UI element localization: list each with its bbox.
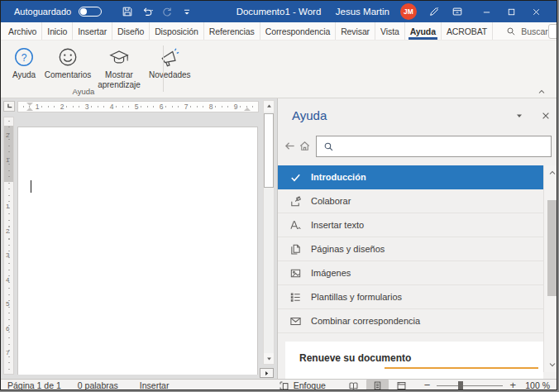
ruler-number: 6 <box>6 326 9 332</box>
autosave-toggle[interactable] <box>79 7 102 17</box>
ruler-number: 2 <box>6 132 9 139</box>
tab-referencias[interactable]: Referencias <box>204 22 260 40</box>
ribbon-group-separator <box>163 45 164 92</box>
toggle-knob <box>80 8 87 15</box>
share-icon <box>555 26 557 36</box>
collapse-ribbon-icon[interactable] <box>537 85 548 95</box>
ruler-number: 1 <box>6 203 9 210</box>
collaborate-icon <box>289 194 302 208</box>
ruler-number: 3 <box>84 103 91 112</box>
help-item-colaborar[interactable]: Colaborar <box>278 189 543 213</box>
focus-label: Enfoque <box>294 380 326 390</box>
word-count[interactable]: 0 palabras <box>78 380 118 390</box>
zoom-out-button[interactable]: − <box>424 381 431 390</box>
help-featured-card[interactable]: Renueve su documento <box>285 342 543 379</box>
first-line-indent-marker[interactable] <box>26 103 33 106</box>
title-bar: Autoguardado Documento1 - Word Jesus Mar… <box>1 1 557 22</box>
scroll-down-icon[interactable] <box>264 353 274 364</box>
smiley-icon <box>56 45 79 69</box>
avatar[interactable]: JM <box>400 3 417 20</box>
tabbar-actions <box>548 22 557 40</box>
scroll-up-chevron-icon[interactable] <box>546 167 557 179</box>
help-item-páginas-y-diseños[interactable]: Páginas y diseños <box>278 237 543 261</box>
help-item-plantillas-y-formularios[interactable]: Plantillas y formularios <box>278 285 543 309</box>
tab-diseño[interactable]: Diseño <box>112 22 150 40</box>
tab-archivo[interactable]: Archivo <box>3 22 42 40</box>
scroll-down-chevron-icon[interactable] <box>546 359 557 370</box>
templates-icon <box>289 290 302 304</box>
tab-revisar[interactable]: Revisar <box>336 22 375 40</box>
ruler-number: 1 <box>34 103 41 112</box>
minimize-button[interactable] <box>474 1 499 22</box>
maximize-button[interactable] <box>499 1 523 22</box>
zoom-slider-thumb[interactable] <box>458 381 463 390</box>
search-box[interactable]: Buscar <box>506 22 548 40</box>
ribbon-button-comentarios[interactable]: Comentarios <box>42 44 93 82</box>
insert-mode-indicator[interactable]: Insertar <box>140 380 170 390</box>
tab-vista[interactable]: Vista <box>375 22 405 40</box>
zoom-level[interactable]: 100 % <box>523 380 550 390</box>
page-indicator[interactable]: Página 1 de 1 <box>7 380 61 390</box>
web-layout-button[interactable] <box>390 380 413 391</box>
scrollbar-thumb[interactable] <box>547 200 557 296</box>
ribbon-button-mostrar-aprendizaje[interactable]: Mostrar aprendizaje <box>93 44 145 92</box>
help-search-box[interactable] <box>316 136 552 157</box>
scrollbar-thumb[interactable] <box>264 113 274 188</box>
ruler-number: 4 <box>108 103 116 112</box>
pane-options-chevron-icon[interactable] <box>512 109 527 122</box>
ruler-number: 2 <box>6 228 9 235</box>
focus-mode-button[interactable]: Enfoque <box>279 380 326 391</box>
save-icon[interactable] <box>121 6 133 18</box>
help-item-imágenes[interactable]: Imágenes <box>278 261 543 285</box>
back-arrow-icon[interactable] <box>284 140 298 154</box>
scroll-up-icon[interactable] <box>264 101 274 112</box>
share-button[interactable] <box>548 24 557 39</box>
home-icon[interactable] <box>299 140 313 154</box>
search-icon <box>506 26 516 36</box>
next-page-icon[interactable] <box>260 368 274 378</box>
ribbon-button-ayuda[interactable]: ? Ayuda <box>6 44 42 82</box>
help-search-input[interactable] <box>339 138 546 155</box>
autosave-label: Autoguardado <box>14 7 71 17</box>
tab-correspondencia[interactable]: Correspondencia <box>260 22 336 40</box>
tab-ayuda[interactable]: Ayuda <box>405 22 442 40</box>
help-item-introducción[interactable]: Introducción <box>278 165 543 189</box>
ruler-number: 8 <box>208 103 215 112</box>
mail-merge-icon <box>289 314 302 327</box>
user-name[interactable]: Jesus Martin <box>336 7 389 17</box>
status-right: Enfoque − + 100 % <box>279 380 557 391</box>
close-button[interactable] <box>523 1 548 22</box>
ruler-number: 7 <box>6 350 9 356</box>
print-layout-button[interactable] <box>366 380 389 391</box>
pane-close-icon[interactable] <box>538 109 553 122</box>
help-item-combinar-correspondencia[interactable]: Combinar correspondencia <box>278 309 543 333</box>
pen-icon[interactable] <box>428 6 440 18</box>
help-pane-scrollbar[interactable] <box>543 165 557 372</box>
tab-selector[interactable] <box>3 101 15 112</box>
zoom-in-button[interactable]: + <box>509 381 516 390</box>
right-indent-marker[interactable] <box>244 108 251 111</box>
zoom-slider[interactable] <box>437 385 503 386</box>
ribbon-tabs: ArchivoInicioInsertarDiseñoDisposiciónRe… <box>3 22 493 40</box>
search-label: Buscar <box>521 26 548 36</box>
ribbon-button-novedades[interactable]: Novedades <box>145 44 195 82</box>
document-page[interactable] <box>17 127 258 375</box>
tab-inicio[interactable]: Inicio <box>42 22 73 40</box>
undo-icon[interactable] <box>141 6 153 18</box>
titlebar-right: Jesus Martin JM <box>336 1 557 22</box>
insert-text-icon <box>289 218 302 232</box>
ribbon-display-options-icon[interactable] <box>451 6 463 18</box>
tab-disposición[interactable]: Disposición <box>150 22 204 40</box>
tab-acrobat[interactable]: ACROBAT <box>442 22 493 40</box>
customize-quick-access-icon[interactable] <box>180 6 193 18</box>
left-indent-marker[interactable] <box>26 108 33 111</box>
ribbon-buttons: ? Ayuda Comentarios Mostrar aprendizaje … <box>1 41 557 92</box>
help-item-insertar-texto[interactable]: Insertar texto <box>278 213 543 237</box>
check-icon <box>289 170 302 184</box>
read-mode-button[interactable] <box>342 380 365 391</box>
ruler-number: 1 <box>6 157 9 164</box>
tab-insertar[interactable]: Insertar <box>73 22 112 40</box>
document-scrollbar[interactable] <box>263 100 275 365</box>
redo-icon[interactable] <box>160 6 173 18</box>
ribbon: ? Ayuda Comentarios Mostrar aprendizaje … <box>1 41 557 98</box>
